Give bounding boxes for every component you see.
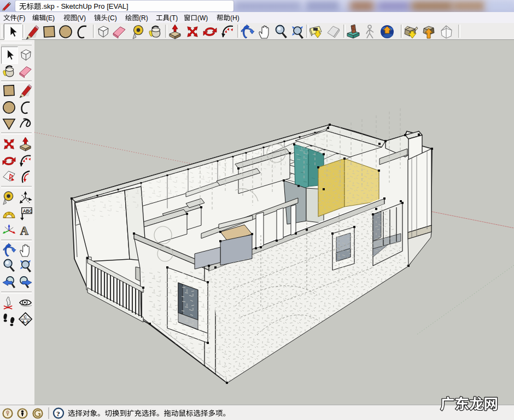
svg-text:(V): (V): [77, 14, 86, 22]
svg-text:(T): (T): [170, 14, 178, 22]
svg-text:A: A: [20, 224, 29, 237]
svg-text:(F): (F): [17, 14, 25, 22]
svg-text:(E): (E): [46, 14, 55, 22]
svg-text:ABC: ABC: [23, 209, 33, 214]
svg-text:?: ?: [56, 410, 60, 418]
svg-text:(C): (C): [108, 14, 117, 22]
svg-text:(H): (H): [230, 14, 240, 22]
svg-text:C: C: [24, 314, 27, 319]
svg-text:(W): (W): [197, 14, 208, 22]
svg-text:.skp - SketchUp Pro [EVAL]: .skp - SketchUp Pro [EVAL]: [42, 2, 128, 10]
svg-text:(R): (R): [139, 14, 148, 22]
svg-text:A-S: A-S: [22, 319, 29, 324]
